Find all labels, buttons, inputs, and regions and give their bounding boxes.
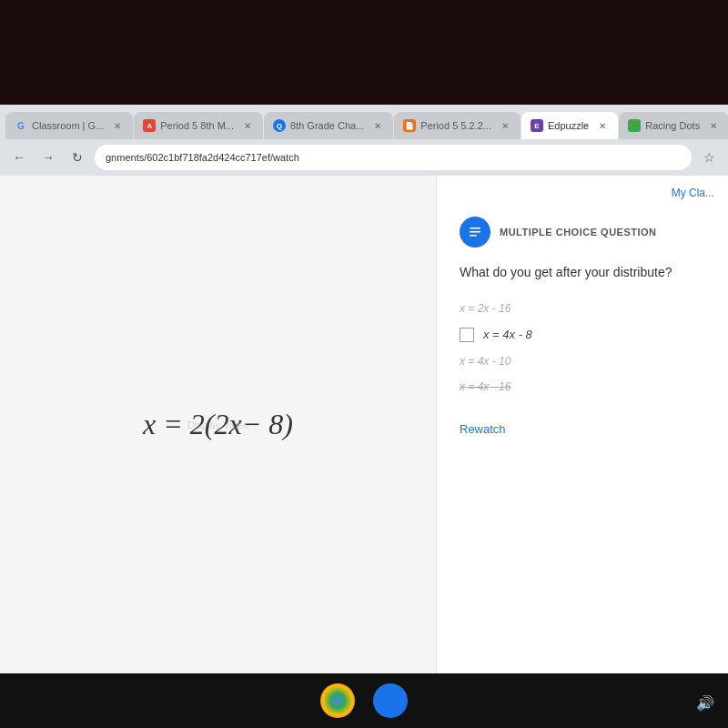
tab-close-period5-52[interactable]: ✕ <box>499 119 511 132</box>
tab-racing-dots[interactable]: 🌿 Racing Dots ✕ <box>619 112 728 139</box>
taskbar: 🔊 <box>0 673 728 728</box>
tab-8th-grade[interactable]: Q 8th Grade Cha... ✕ <box>264 112 393 139</box>
tab-period5-8th[interactable]: A Period 5 8th M... ✕ <box>134 112 263 139</box>
rewatch-button[interactable]: Rewatch <box>460 422 506 436</box>
option-2[interactable]: x = 4x - 8 <box>460 328 705 342</box>
tab-favicon-classroom: G <box>15 119 27 132</box>
tab-label-8th-grade: 8th Grade Cha... <box>290 120 364 131</box>
chrome-icon[interactable] <box>320 683 355 718</box>
tab-classroom[interactable]: G Classroom | G... ✕ <box>5 112 133 139</box>
replay-button[interactable]: Display Video <box>187 420 248 430</box>
list-icon <box>468 225 482 239</box>
tab-favicon-edpuzzle: E <box>531 119 543 132</box>
tab-period5-52[interactable]: 📄 Period 5 5.2.2... ✕ <box>394 112 521 139</box>
my-class-link[interactable]: My Cla... <box>672 187 714 199</box>
tab-favicon-period5-52: 📄 <box>403 119 416 132</box>
tab-label-period5-8th: Period 5 8th M... <box>160 120 234 131</box>
reload-button[interactable]: ↻ <box>66 146 89 169</box>
mcq-label: MULTIPLE CHOICE QUESTION <box>500 227 657 238</box>
tab-label-classroom: Classroom | G... <box>32 120 104 131</box>
tab-close-racing-dots[interactable]: ✕ <box>707 119 720 132</box>
question-panel: My Cla... MULTIPLE CHOICE QUESTION What … <box>437 176 728 673</box>
tab-favicon-period5-8th: A <box>143 119 156 132</box>
page-content: x = 2(2x− 8) Display Video My Cla... MUL… <box>0 176 728 673</box>
options-list: x = 2x - 16 x = 4x - 8 x = 4x - 10 x = 4… <box>460 302 705 393</box>
browser-chrome: G Classroom | G... ✕ A Period 5 8th M...… <box>0 105 728 176</box>
back-button[interactable]: ← <box>7 146 31 169</box>
tab-label-edpuzzle: Edpuzzle <box>548 120 589 131</box>
blue-app-icon[interactable] <box>373 683 408 718</box>
tab-close-edpuzzle[interactable]: ✕ <box>596 119 609 132</box>
option-4-text: x = 4x - 16 <box>460 380 511 393</box>
svg-rect-2 <box>470 235 477 237</box>
tab-close-classroom[interactable]: ✕ <box>111 119 124 132</box>
tab-close-period5-8th[interactable]: ✕ <box>241 119 254 132</box>
bookmark-star-icon[interactable]: ☆ <box>697 146 721 169</box>
option-3[interactable]: x = 4x - 10 <box>460 355 705 368</box>
address-bar-row: ← → ↻ ☆ <box>0 139 728 176</box>
forward-button[interactable]: → <box>36 146 60 169</box>
tab-bar: G Classroom | G... ✕ A Period 5 8th M...… <box>0 105 728 139</box>
address-input[interactable] <box>95 145 692 170</box>
svg-rect-1 <box>470 231 480 233</box>
mcq-header: MULTIPLE CHOICE QUESTION <box>460 217 705 248</box>
tab-label-period5-52: Period 5 5.2.2... <box>420 120 491 131</box>
svg-rect-0 <box>470 228 480 229</box>
option-1[interactable]: x = 2x - 16 <box>460 302 705 315</box>
video-panel: x = 2(2x− 8) Display Video <box>0 176 437 673</box>
speaker-icon: 🔊 <box>696 694 714 712</box>
option-4[interactable]: x = 4x - 16 <box>460 380 705 393</box>
question-text: What do you get after your distribute? <box>460 264 705 282</box>
mcq-icon <box>460 217 490 248</box>
tab-close-8th-grade[interactable]: ✕ <box>371 119 384 132</box>
browser-screen: G Classroom | G... ✕ A Period 5 8th M...… <box>0 105 728 673</box>
tab-label-racing-dots: Racing Dots <box>645 120 700 131</box>
option-2-text: x = 4x - 8 <box>483 328 532 341</box>
option-1-text: x = 2x - 16 <box>460 302 511 315</box>
top-bezel <box>0 0 728 105</box>
option-3-text: x = 4x - 10 <box>460 355 511 368</box>
tab-favicon-racing-dots: 🌿 <box>628 119 641 132</box>
tab-edpuzzle[interactable]: E Edpuzzle ✕ <box>521 112 618 139</box>
tab-favicon-8th-grade: Q <box>273 119 286 132</box>
option-2-checkbox[interactable] <box>460 328 474 342</box>
